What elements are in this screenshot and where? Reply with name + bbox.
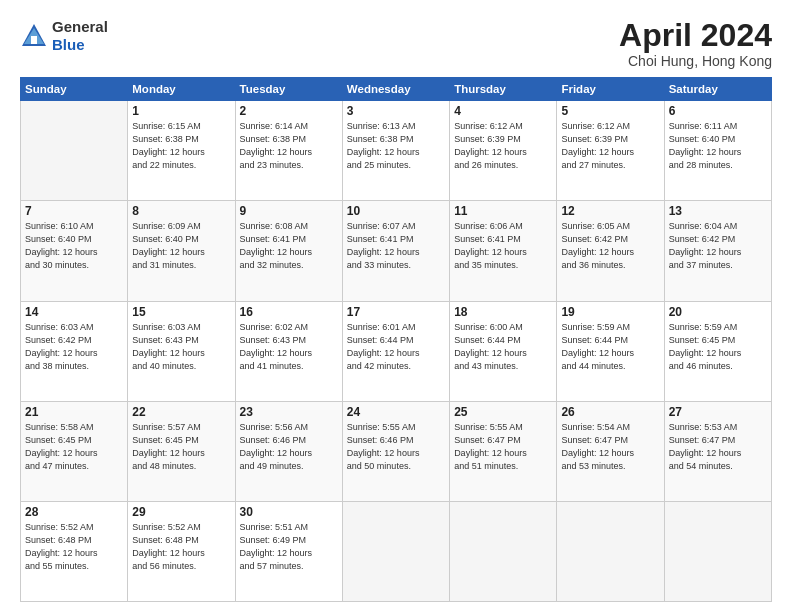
calendar-cell: 15Sunrise: 6:03 AM Sunset: 6:43 PM Dayli… [128, 301, 235, 401]
weekday-header-monday: Monday [128, 78, 235, 101]
day-info: Sunrise: 5:59 AM Sunset: 6:45 PM Dayligh… [669, 321, 767, 373]
day-info: Sunrise: 5:52 AM Sunset: 6:48 PM Dayligh… [25, 521, 123, 573]
calendar-cell: 2Sunrise: 6:14 AM Sunset: 6:38 PM Daylig… [235, 101, 342, 201]
logo-text: General Blue [52, 18, 108, 54]
day-info: Sunrise: 6:04 AM Sunset: 6:42 PM Dayligh… [669, 220, 767, 272]
day-info: Sunrise: 5:53 AM Sunset: 6:47 PM Dayligh… [669, 421, 767, 473]
day-number: 4 [454, 104, 552, 118]
calendar-cell: 1Sunrise: 6:15 AM Sunset: 6:38 PM Daylig… [128, 101, 235, 201]
calendar-cell: 18Sunrise: 6:00 AM Sunset: 6:44 PM Dayli… [450, 301, 557, 401]
day-info: Sunrise: 5:58 AM Sunset: 6:45 PM Dayligh… [25, 421, 123, 473]
day-info: Sunrise: 6:11 AM Sunset: 6:40 PM Dayligh… [669, 120, 767, 172]
day-number: 29 [132, 505, 230, 519]
day-info: Sunrise: 6:15 AM Sunset: 6:38 PM Dayligh… [132, 120, 230, 172]
week-row-1: 7Sunrise: 6:10 AM Sunset: 6:40 PM Daylig… [21, 201, 772, 301]
day-number: 26 [561, 405, 659, 419]
week-row-3: 21Sunrise: 5:58 AM Sunset: 6:45 PM Dayli… [21, 401, 772, 501]
calendar-cell: 24Sunrise: 5:55 AM Sunset: 6:46 PM Dayli… [342, 401, 449, 501]
day-number: 10 [347, 204, 445, 218]
location: Choi Hung, Hong Kong [619, 53, 772, 69]
day-info: Sunrise: 5:56 AM Sunset: 6:46 PM Dayligh… [240, 421, 338, 473]
day-info: Sunrise: 6:03 AM Sunset: 6:42 PM Dayligh… [25, 321, 123, 373]
day-number: 8 [132, 204, 230, 218]
day-info: Sunrise: 6:06 AM Sunset: 6:41 PM Dayligh… [454, 220, 552, 272]
day-number: 25 [454, 405, 552, 419]
week-row-2: 14Sunrise: 6:03 AM Sunset: 6:42 PM Dayli… [21, 301, 772, 401]
day-number: 17 [347, 305, 445, 319]
day-number: 2 [240, 104, 338, 118]
day-info: Sunrise: 6:14 AM Sunset: 6:38 PM Dayligh… [240, 120, 338, 172]
day-number: 14 [25, 305, 123, 319]
calendar-cell: 6Sunrise: 6:11 AM Sunset: 6:40 PM Daylig… [664, 101, 771, 201]
logo: General Blue [20, 18, 108, 54]
calendar-cell: 13Sunrise: 6:04 AM Sunset: 6:42 PM Dayli… [664, 201, 771, 301]
week-row-4: 28Sunrise: 5:52 AM Sunset: 6:48 PM Dayli… [21, 501, 772, 601]
day-number: 3 [347, 104, 445, 118]
calendar-cell: 5Sunrise: 6:12 AM Sunset: 6:39 PM Daylig… [557, 101, 664, 201]
calendar-cell: 16Sunrise: 6:02 AM Sunset: 6:43 PM Dayli… [235, 301, 342, 401]
day-info: Sunrise: 6:08 AM Sunset: 6:41 PM Dayligh… [240, 220, 338, 272]
calendar-cell [21, 101, 128, 201]
calendar-cell: 17Sunrise: 6:01 AM Sunset: 6:44 PM Dayli… [342, 301, 449, 401]
weekday-header-tuesday: Tuesday [235, 78, 342, 101]
day-info: Sunrise: 5:52 AM Sunset: 6:48 PM Dayligh… [132, 521, 230, 573]
calendar-cell [342, 501, 449, 601]
day-number: 18 [454, 305, 552, 319]
day-info: Sunrise: 5:57 AM Sunset: 6:45 PM Dayligh… [132, 421, 230, 473]
calendar-cell [450, 501, 557, 601]
calendar-cell: 19Sunrise: 5:59 AM Sunset: 6:44 PM Dayli… [557, 301, 664, 401]
logo-icon [20, 22, 48, 50]
day-number: 12 [561, 204, 659, 218]
day-number: 27 [669, 405, 767, 419]
calendar-cell [664, 501, 771, 601]
calendar-cell: 25Sunrise: 5:55 AM Sunset: 6:47 PM Dayli… [450, 401, 557, 501]
day-number: 15 [132, 305, 230, 319]
day-number: 19 [561, 305, 659, 319]
day-number: 23 [240, 405, 338, 419]
weekday-header-saturday: Saturday [664, 78, 771, 101]
calendar-cell: 14Sunrise: 6:03 AM Sunset: 6:42 PM Dayli… [21, 301, 128, 401]
calendar-table: SundayMondayTuesdayWednesdayThursdayFrid… [20, 77, 772, 602]
calendar-cell: 8Sunrise: 6:09 AM Sunset: 6:40 PM Daylig… [128, 201, 235, 301]
day-number: 24 [347, 405, 445, 419]
day-info: Sunrise: 5:55 AM Sunset: 6:47 PM Dayligh… [454, 421, 552, 473]
day-info: Sunrise: 6:09 AM Sunset: 6:40 PM Dayligh… [132, 220, 230, 272]
calendar-cell: 12Sunrise: 6:05 AM Sunset: 6:42 PM Dayli… [557, 201, 664, 301]
calendar-cell: 20Sunrise: 5:59 AM Sunset: 6:45 PM Dayli… [664, 301, 771, 401]
day-number: 28 [25, 505, 123, 519]
day-number: 30 [240, 505, 338, 519]
calendar-cell: 22Sunrise: 5:57 AM Sunset: 6:45 PM Dayli… [128, 401, 235, 501]
day-info: Sunrise: 6:02 AM Sunset: 6:43 PM Dayligh… [240, 321, 338, 373]
day-number: 6 [669, 104, 767, 118]
title-block: April 2024 Choi Hung, Hong Kong [619, 18, 772, 69]
day-info: Sunrise: 5:51 AM Sunset: 6:49 PM Dayligh… [240, 521, 338, 573]
header: General Blue April 2024 Choi Hung, Hong … [20, 18, 772, 69]
calendar-cell: 28Sunrise: 5:52 AM Sunset: 6:48 PM Dayli… [21, 501, 128, 601]
weekday-header-thursday: Thursday [450, 78, 557, 101]
calendar-cell: 30Sunrise: 5:51 AM Sunset: 6:49 PM Dayli… [235, 501, 342, 601]
calendar-cell: 7Sunrise: 6:10 AM Sunset: 6:40 PM Daylig… [21, 201, 128, 301]
day-number: 13 [669, 204, 767, 218]
calendar-cell: 27Sunrise: 5:53 AM Sunset: 6:47 PM Dayli… [664, 401, 771, 501]
calendar-cell: 21Sunrise: 5:58 AM Sunset: 6:45 PM Dayli… [21, 401, 128, 501]
calendar-cell: 3Sunrise: 6:13 AM Sunset: 6:38 PM Daylig… [342, 101, 449, 201]
day-info: Sunrise: 6:12 AM Sunset: 6:39 PM Dayligh… [454, 120, 552, 172]
day-number: 1 [132, 104, 230, 118]
day-info: Sunrise: 6:07 AM Sunset: 6:41 PM Dayligh… [347, 220, 445, 272]
calendar-cell: 4Sunrise: 6:12 AM Sunset: 6:39 PM Daylig… [450, 101, 557, 201]
calendar-cell [557, 501, 664, 601]
day-info: Sunrise: 5:59 AM Sunset: 6:44 PM Dayligh… [561, 321, 659, 373]
svg-rect-2 [31, 36, 37, 44]
day-number: 21 [25, 405, 123, 419]
calendar-cell: 23Sunrise: 5:56 AM Sunset: 6:46 PM Dayli… [235, 401, 342, 501]
day-number: 5 [561, 104, 659, 118]
day-number: 11 [454, 204, 552, 218]
week-row-0: 1Sunrise: 6:15 AM Sunset: 6:38 PM Daylig… [21, 101, 772, 201]
day-number: 16 [240, 305, 338, 319]
day-number: 22 [132, 405, 230, 419]
day-info: Sunrise: 6:03 AM Sunset: 6:43 PM Dayligh… [132, 321, 230, 373]
calendar-cell: 11Sunrise: 6:06 AM Sunset: 6:41 PM Dayli… [450, 201, 557, 301]
day-number: 7 [25, 204, 123, 218]
weekday-header-sunday: Sunday [21, 78, 128, 101]
day-info: Sunrise: 5:54 AM Sunset: 6:47 PM Dayligh… [561, 421, 659, 473]
